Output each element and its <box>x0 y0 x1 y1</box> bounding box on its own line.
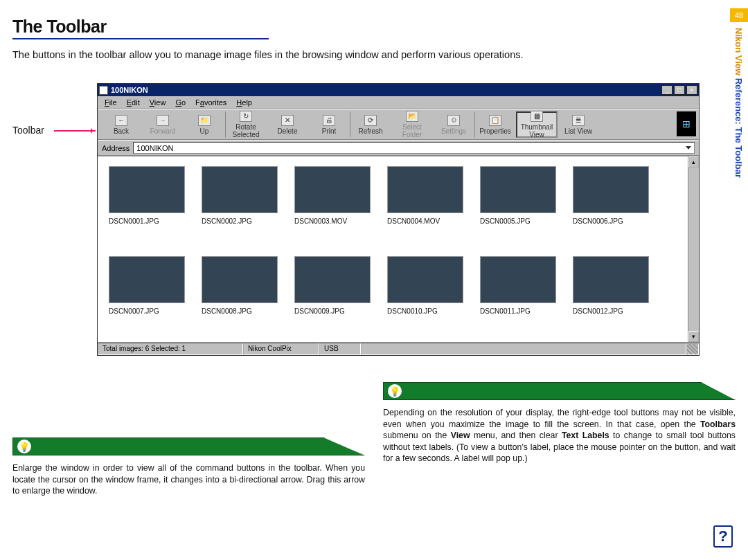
thumbnail-image <box>573 166 649 213</box>
page-title: The Toolbar <box>12 17 706 37</box>
address-field[interactable]: 100NIKON <box>133 142 695 154</box>
thumbnail-pane[interactable]: DSCN0001.JPG DSCN0002.JPG DSCN0003.MOV D… <box>98 156 699 343</box>
tip-text: Depending on the resolution of your disp… <box>383 407 736 464</box>
rotate-icon: ↻ <box>240 111 252 122</box>
address-value: 100NIKON <box>136 144 173 152</box>
windows-flag-icon: ⊞ <box>677 111 696 136</box>
status-empty <box>361 343 686 355</box>
refresh-button[interactable]: ⟳Refresh <box>350 111 391 138</box>
list-item[interactable]: DSCN0002.JPG <box>202 166 278 242</box>
tip-header: 💡 <box>383 382 736 400</box>
list-item[interactable]: DSCN0011.JPG <box>480 256 556 332</box>
tip-header: 💡 <box>12 437 365 455</box>
list-item[interactable]: DSCN0005.JPG <box>480 166 556 242</box>
thumbnail-image <box>387 256 463 303</box>
back-button[interactable]: ←Back <box>100 111 142 138</box>
thumbnail-image <box>109 256 185 303</box>
intro-text: The buttons in the toolbar allow you to … <box>12 49 706 60</box>
gear-icon: ⚙ <box>447 115 460 126</box>
help-icon[interactable]: ? <box>713 525 733 548</box>
list-view-button[interactable]: ≣List View <box>558 111 599 138</box>
scroll-down-icon[interactable]: ▾ <box>688 331 699 342</box>
callout-arrow <box>54 130 96 132</box>
thumbnail-view-button[interactable]: ▦Thumbnail View <box>516 111 558 138</box>
thumbnail-image <box>202 166 278 213</box>
bulb-icon: 💡 <box>388 384 402 398</box>
forward-icon: → <box>157 115 169 126</box>
thumbnail-image <box>480 166 556 213</box>
properties-icon: 📋 <box>489 115 501 126</box>
scrollbar[interactable]: ▴ ▾ <box>688 156 699 342</box>
menu-edit[interactable]: Edit <box>124 98 143 107</box>
menu-help[interactable]: Help <box>233 98 255 107</box>
list-item[interactable]: DSCN0006.JPG <box>573 166 649 242</box>
tip-text: Enlarge the window in order to view all … <box>12 462 365 497</box>
thumbnail-image <box>202 256 278 303</box>
list-item[interactable]: DSCN0003.MOV <box>294 166 371 242</box>
status-connection: USB <box>319 343 361 355</box>
list-icon: ≣ <box>572 115 585 126</box>
thumbnail-image <box>480 256 556 303</box>
toolbar-callout-label: Toolbar <box>12 125 44 136</box>
status-device: Nikon CoolPix <box>243 343 319 355</box>
scroll-up-icon[interactable]: ▴ <box>688 156 699 168</box>
select-folder-button[interactable]: 📂Select Folder <box>391 111 433 138</box>
back-icon: ← <box>115 115 127 126</box>
side-label: Nikon View Reference: The Toolbar <box>730 22 747 183</box>
list-item[interactable]: DSCN0008.JPG <box>202 256 278 332</box>
maximize-button[interactable]: □ <box>674 85 685 95</box>
tip-left: 💡 Enlarge the window in order to view al… <box>12 437 365 497</box>
rotate-button[interactable]: ↻Rotate Selected <box>225 111 267 138</box>
settings-button[interactable]: ⚙Settings <box>433 111 474 138</box>
menu-file[interactable]: File <box>102 98 120 107</box>
menu-go[interactable]: Go <box>172 98 188 107</box>
window-title: 100NIKON <box>111 86 148 94</box>
thumbnail-icon: ▦ <box>531 111 543 122</box>
address-label: Address <box>102 144 130 152</box>
thumbnail-image <box>294 166 371 213</box>
scroll-track[interactable] <box>688 168 699 331</box>
dropdown-icon[interactable] <box>686 146 691 150</box>
print-icon: 🖨 <box>323 115 335 126</box>
bulb-icon: 💡 <box>17 440 31 453</box>
page-tab: 48 Nikon View Reference: The Toolbar <box>730 8 748 244</box>
thumbnail-image <box>387 166 463 213</box>
status-images: Total images: 6 Selected: 1 <box>98 343 243 355</box>
title-bar[interactable]: 100NIKON _ □ × <box>98 84 699 96</box>
thumbnail-image <box>294 256 371 303</box>
folder-icon: 📂 <box>406 111 418 122</box>
menu-favorites[interactable]: Favorites <box>193 98 229 107</box>
up-icon: 📁 <box>198 115 211 126</box>
title-underline <box>12 38 269 39</box>
list-item[interactable]: DSCN0010.JPG <box>387 256 463 332</box>
menu-bar: File Edit View Go Favorites Help <box>98 96 699 109</box>
thumbnail-image <box>573 256 649 303</box>
forward-button[interactable]: →Forward <box>142 111 184 138</box>
close-button[interactable]: × <box>686 85 697 95</box>
properties-button[interactable]: 📋Properties <box>474 111 516 138</box>
status-bar: Total images: 6 Selected: 1 Nikon CoolPi… <box>98 343 699 355</box>
resize-grip[interactable] <box>686 343 699 355</box>
list-item[interactable]: DSCN0012.JPG <box>573 256 649 332</box>
app-window: 100NIKON _ □ × File Edit View Go Favorit… <box>97 83 700 356</box>
tip-right: 💡 Depending on the resolution of your di… <box>383 410 736 497</box>
list-item[interactable]: DSCN0007.JPG <box>109 256 185 332</box>
print-button[interactable]: 🖨Print <box>308 111 350 138</box>
app-icon <box>99 86 108 95</box>
delete-icon: ✕ <box>281 115 294 126</box>
list-item[interactable]: DSCN0009.JPG <box>294 256 371 332</box>
refresh-icon: ⟳ <box>364 115 377 126</box>
address-bar: Address 100NIKON <box>98 140 699 156</box>
page-number: 48 <box>730 8 748 22</box>
minimize-button[interactable]: _ <box>661 85 673 95</box>
list-item[interactable]: DSCN0004.MOV <box>387 166 463 242</box>
delete-button[interactable]: ✕Delete <box>267 111 308 138</box>
up-button[interactable]: 📁Up <box>184 111 225 138</box>
thumbnail-image <box>109 166 185 213</box>
list-item[interactable]: DSCN0001.JPG <box>109 166 185 242</box>
toolbar: ←Back →Forward 📁Up ↻Rotate Selected ✕Del… <box>98 109 699 140</box>
menu-view[interactable]: View <box>147 98 169 107</box>
